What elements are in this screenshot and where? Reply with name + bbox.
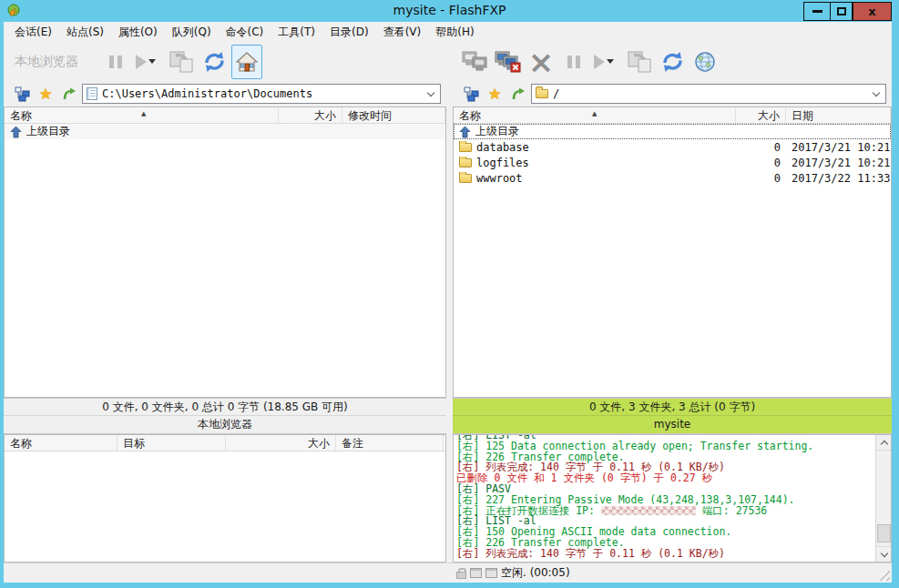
star-icon: ★ xyxy=(487,85,501,103)
remote-pause-button[interactable] xyxy=(558,45,589,79)
local-pause-button[interactable] xyxy=(100,45,131,79)
local-status-counts: 0 文件, 0 文件夹, 0 总计 0 字节 (18.85 GB 可用) xyxy=(4,399,446,416)
remote-status-counts: 0 文件, 3 文件夹, 3 总计 (0 字节) xyxy=(453,399,892,416)
client-area: 会话(E) 站点(S) 属性(O) 队列(Q) 命令(C) 工具(T) 目录(D… xyxy=(4,22,892,583)
documents-icon xyxy=(87,87,97,100)
status-text: 空闲. (00:05) xyxy=(501,565,570,581)
local-status-strip: 0 文件, 0 文件夹, 0 总计 0 字节 (18.85 GB 可用) 本地浏… xyxy=(4,398,446,434)
menu-directory[interactable]: 目录(D) xyxy=(322,22,376,43)
item-date: 2017/3/21 10:21 xyxy=(786,141,891,154)
site-tree-icon xyxy=(464,86,479,102)
remote-folder-row[interactable]: wwwroot 0 2017/3/22 11:33 xyxy=(454,170,891,186)
app-window: mysite - FlashFXP x 会话(E) 站点(S) 属性(O) 队列… xyxy=(0,0,899,588)
column-size[interactable]: 大小 xyxy=(279,107,342,123)
item-name: 上级目录 xyxy=(475,124,519,139)
remote-path-combobox[interactable]: / xyxy=(531,84,886,104)
folder-icon xyxy=(536,89,548,98)
local-refresh-button[interactable] xyxy=(199,45,230,79)
local-up-dir-button[interactable] xyxy=(58,85,80,103)
log-panel[interactable]: [右] LIST -al [右] 125 Data connection alr… xyxy=(453,434,892,563)
local-path-value: C:\Users\Administrator\Documents xyxy=(102,87,312,100)
remote-abort-button[interactable]: × xyxy=(526,45,557,79)
refresh-icon xyxy=(202,51,227,73)
item-name: 上级目录 xyxy=(26,124,70,139)
play-icon xyxy=(594,55,605,69)
titlebar[interactable]: mysite - FlashFXP x xyxy=(0,0,899,22)
column-target[interactable]: 目标 xyxy=(117,435,226,451)
star-icon: ★ xyxy=(38,85,52,103)
sort-ascending-icon: ▲ xyxy=(141,110,146,117)
local-path-combobox[interactable]: C:\Users\Administrator\Documents xyxy=(82,84,441,104)
panel-splitter[interactable] xyxy=(446,106,453,563)
column-date[interactable]: 日期 xyxy=(786,107,891,123)
remote-favorites-button[interactable]: ★ xyxy=(484,85,506,103)
chevron-down-icon xyxy=(873,88,880,96)
local-toolbar: 本地浏览器 xyxy=(4,42,446,81)
chevron-down-icon xyxy=(427,88,434,96)
local-site-tree-button[interactable] xyxy=(11,85,33,103)
remote-updir-row[interactable]: 上级目录 xyxy=(454,124,891,139)
up-arrow-icon xyxy=(511,86,526,101)
local-path-dropdown[interactable] xyxy=(424,86,438,101)
remote-site-tree-button[interactable] xyxy=(460,85,482,103)
menu-queue[interactable]: 队列(Q) xyxy=(165,22,219,43)
menu-commands[interactable]: 命令(C) xyxy=(219,22,271,43)
remote-transfer-button[interactable] xyxy=(624,45,655,79)
column-name[interactable]: 名称 xyxy=(5,435,117,451)
local-status-label: 本地浏览器 xyxy=(4,416,446,433)
remote-path-dropdown[interactable] xyxy=(869,86,884,101)
transfer-queue-icon xyxy=(169,50,194,74)
maximize-button[interactable] xyxy=(830,2,853,21)
menu-tools[interactable]: 工具(T) xyxy=(271,22,322,43)
menu-options[interactable]: 属性(O) xyxy=(111,22,165,43)
local-address-row: ★ C:\Users\Administrator\Documents xyxy=(4,81,446,106)
remote-status-strip: 0 文件, 3 文件夹, 3 总计 (0 字节) mysite xyxy=(453,398,892,434)
menu-sites[interactable]: 站点(S) xyxy=(59,22,111,43)
log-scrollbar[interactable] xyxy=(875,435,891,562)
remote-folder-row[interactable]: logfiles 0 2017/3/21 10:21 xyxy=(454,155,891,170)
column-size[interactable]: 大小 xyxy=(736,107,786,123)
local-transfer-button[interactable] xyxy=(166,45,197,79)
menu-session[interactable]: 会话(E) xyxy=(7,22,59,43)
pause-icon xyxy=(567,56,580,68)
remote-status-label: mysite xyxy=(453,416,892,433)
remote-connect-button[interactable] xyxy=(460,45,491,79)
scroll-up-button[interactable] xyxy=(876,435,892,451)
close-button[interactable]: x xyxy=(853,2,892,21)
up-dir-icon xyxy=(10,126,22,138)
remote-refresh-button[interactable] xyxy=(657,45,688,79)
queue-header: 名称 目标 大小 备注 xyxy=(5,435,445,451)
column-size[interactable]: 大小 xyxy=(226,435,336,451)
remote-address-row: ★ / xyxy=(453,81,892,106)
item-name: wwwroot xyxy=(476,172,523,185)
chevron-down-icon xyxy=(607,59,614,64)
local-list-header: 名称 ▲ 大小 修改时间 xyxy=(5,107,445,124)
abort-x-icon: × xyxy=(528,48,555,76)
item-name: logfiles xyxy=(476,157,529,169)
local-home-button[interactable] xyxy=(231,45,262,79)
scroll-down-button[interactable] xyxy=(876,546,892,562)
local-play-button[interactable] xyxy=(133,45,164,79)
column-note[interactable]: 备注 xyxy=(336,435,444,451)
resize-grip[interactable] xyxy=(879,570,890,581)
disconnect-icon xyxy=(495,50,522,74)
column-modified[interactable]: 修改时间 xyxy=(342,107,445,123)
remote-browser-button[interactable] xyxy=(690,45,720,79)
home-icon xyxy=(235,51,259,73)
remote-up-dir-button[interactable] xyxy=(507,85,529,103)
item-date: 2017/3/21 10:21 xyxy=(786,157,891,169)
computer-icon xyxy=(485,568,497,578)
chevron-up-icon xyxy=(880,440,887,447)
item-name: database xyxy=(476,141,529,154)
remote-play-button[interactable] xyxy=(591,45,622,79)
scrollbar-thumb[interactable] xyxy=(877,524,891,542)
remote-folder-row[interactable]: database 0 2017/3/21 10:21 xyxy=(454,139,891,155)
local-favorites-button[interactable]: ★ xyxy=(35,85,56,103)
local-updir-row[interactable]: 上级目录 xyxy=(5,124,445,139)
menu-help[interactable]: 帮助(H) xyxy=(428,22,481,43)
folder-icon xyxy=(459,174,472,183)
minimize-button[interactable] xyxy=(803,2,830,21)
remote-disconnect-button[interactable] xyxy=(493,45,524,79)
remote-toolbar: × xyxy=(453,42,892,81)
menu-view[interactable]: 查看(V) xyxy=(376,22,429,43)
